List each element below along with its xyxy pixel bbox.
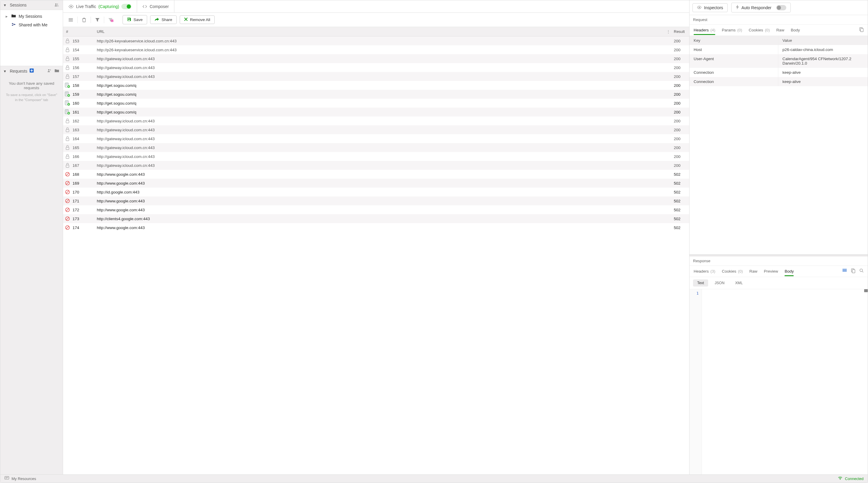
traffic-row[interactable]: 162http://gateway.icloud.com.cn:443200 bbox=[63, 116, 689, 125]
traffic-row[interactable]: 155http://gateway.icloud.com.cn:443200 bbox=[63, 54, 689, 63]
row-number: 158 bbox=[72, 83, 95, 88]
traffic-row[interactable]: 154http://p26-keyvalueservice.icloud.com… bbox=[63, 45, 689, 54]
col-header-hash[interactable]: # bbox=[63, 29, 95, 34]
x-icon bbox=[184, 18, 188, 22]
traffic-row[interactable]: 163http://gateway.icloud.com.cn:443200 bbox=[63, 125, 689, 134]
row-result: 200 bbox=[674, 83, 689, 88]
traffic-row[interactable]: 161http://get.sogou.com/q200 bbox=[63, 108, 689, 116]
tab-live-traffic[interactable]: Live Traffic (Capturing) bbox=[63, 0, 137, 12]
svg-point-0 bbox=[55, 3, 57, 4]
traffic-row[interactable]: 173http://clients4.google.com:443502 bbox=[63, 214, 689, 223]
users-icon[interactable] bbox=[55, 3, 59, 7]
col-header-result[interactable]: Result bbox=[674, 29, 689, 34]
req-tab-raw[interactable]: Raw bbox=[776, 26, 784, 35]
header-value: CalendarAgent/954 CFNetwork/1207.2 Darwi… bbox=[778, 54, 868, 68]
row-url: http://gateway.icloud.com.cn:443 bbox=[95, 57, 674, 61]
header-row[interactable]: User-AgentCalendarAgent/954 CFNetwork/12… bbox=[689, 54, 868, 68]
svg-rect-29 bbox=[66, 156, 69, 159]
resp-tab-body[interactable]: Body bbox=[784, 267, 794, 276]
row-result: 502 bbox=[674, 181, 689, 186]
traffic-row[interactable]: 166http://gateway.icloud.com.cn:443200 bbox=[63, 152, 689, 161]
response-body-viewer[interactable] bbox=[702, 289, 868, 475]
row-number: 168 bbox=[72, 172, 95, 177]
copy-icon[interactable] bbox=[851, 268, 855, 274]
chat-icon[interactable] bbox=[4, 476, 9, 481]
session-item-my-sessions[interactable]: ▸ My Sessions bbox=[0, 12, 63, 21]
resp-tab-preview[interactable]: Preview bbox=[764, 267, 778, 276]
tab-composer[interactable]: Composer bbox=[137, 0, 174, 12]
row-result: 200 bbox=[674, 163, 689, 168]
resp-tab-cookies[interactable]: Cookies (0) bbox=[722, 267, 743, 276]
header-row[interactable]: Hostp26-caldav-china.icloud.com bbox=[689, 45, 868, 54]
traffic-row[interactable]: 156http://gateway.icloud.com.cn:443200 bbox=[63, 63, 689, 72]
svg-rect-11 bbox=[128, 20, 130, 21]
response-panel-title: Response bbox=[689, 256, 868, 266]
traffic-row[interactable]: 172http://www.google.com:443502 bbox=[63, 205, 689, 214]
wrap-icon[interactable] bbox=[842, 268, 847, 274]
traffic-row[interactable]: 165http://gateway.icloud.com.cn:443200 bbox=[63, 143, 689, 152]
filter-icon[interactable] bbox=[94, 16, 101, 23]
traffic-row[interactable]: 170http://id.google.com:443502 bbox=[63, 188, 689, 196]
row-number: 162 bbox=[72, 119, 95, 123]
traffic-row[interactable]: 164http://gateway.icloud.com.cn:443200 bbox=[63, 134, 689, 143]
copy-icon[interactable] bbox=[860, 27, 864, 33]
save-button[interactable]: Save bbox=[123, 15, 147, 24]
sessions-panel-header[interactable]: ▾ Sessions bbox=[0, 0, 63, 10]
svg-line-44 bbox=[66, 226, 69, 229]
svg-rect-14 bbox=[66, 58, 69, 61]
row-status-icon bbox=[63, 109, 72, 115]
format-xml[interactable]: XML bbox=[731, 279, 747, 287]
remove-all-button[interactable]: Remove All bbox=[180, 16, 215, 24]
users-icon[interactable] bbox=[48, 69, 52, 73]
req-tab-headers[interactable]: Headers (4) bbox=[694, 26, 715, 35]
req-tab-cookies[interactable]: Cookies (0) bbox=[749, 26, 770, 35]
traffic-row[interactable]: 159http://get.sogou.com/q200 bbox=[63, 90, 689, 99]
col-header-url[interactable]: URL ⋮ bbox=[95, 29, 674, 34]
traffic-row[interactable]: 174http://www.google.com:443502 bbox=[63, 223, 689, 232]
wifi-icon bbox=[838, 477, 842, 481]
status-resources[interactable]: My Resources bbox=[11, 477, 36, 481]
resp-tab-raw[interactable]: Raw bbox=[749, 267, 757, 276]
traffic-row[interactable]: 158http://get.sogou.com/q200 bbox=[63, 81, 689, 90]
requests-panel-header[interactable]: ▾ Requests bbox=[0, 66, 63, 76]
column-menu-icon[interactable]: ⋮ bbox=[666, 29, 671, 34]
search-icon[interactable] bbox=[860, 268, 864, 274]
row-number: 156 bbox=[72, 65, 95, 70]
traffic-row[interactable]: 168http://www.google.com:443502 bbox=[63, 170, 689, 179]
traffic-row[interactable]: 169http://www.google.com:443502 bbox=[63, 179, 689, 188]
resp-tab-headers[interactable]: Headers (3) bbox=[694, 267, 715, 276]
minimap-indicator bbox=[864, 289, 868, 292]
session-item-shared[interactable]: Shared with Me bbox=[0, 21, 63, 29]
row-number: 155 bbox=[72, 57, 95, 61]
code-gutter: 1 bbox=[689, 289, 702, 475]
header-row[interactable]: Connectionkeep-alive bbox=[689, 77, 868, 86]
row-result: 200 bbox=[674, 39, 689, 43]
code-icon bbox=[143, 5, 147, 8]
requests-empty-message: You don't have any saved requests bbox=[4, 81, 59, 90]
header-row[interactable]: Connectionkeep-alive bbox=[689, 68, 868, 77]
traffic-row[interactable]: 171http://www.google.com:443502 bbox=[63, 196, 689, 205]
format-text[interactable]: Text bbox=[693, 279, 708, 287]
req-tab-body[interactable]: Body bbox=[791, 26, 800, 35]
row-status-icon bbox=[63, 74, 72, 79]
stream-icon[interactable] bbox=[67, 16, 74, 23]
traffic-row[interactable]: 157http://gateway.icloud.com.cn:443200 bbox=[63, 72, 689, 81]
format-json[interactable]: JSON bbox=[711, 279, 728, 287]
share-button[interactable]: Share bbox=[150, 16, 177, 24]
traffic-row[interactable]: 153http://p26-keyvalueservice.icloud.com… bbox=[63, 36, 689, 45]
row-url: http://gateway.icloud.com.cn:443 bbox=[95, 163, 674, 168]
row-url: http://gateway.icloud.com.cn:443 bbox=[95, 128, 674, 132]
req-tab-params[interactable]: Params (0) bbox=[722, 26, 742, 35]
tab-auto-responder[interactable]: Auto Responder bbox=[731, 3, 791, 12]
folder-add-icon[interactable] bbox=[55, 68, 59, 74]
traffic-row[interactable]: 167http://gateway.icloud.com.cn:443200 bbox=[63, 161, 689, 170]
filter-clear-icon[interactable] bbox=[107, 16, 114, 23]
tab-inspectors[interactable]: Inspectors bbox=[692, 3, 728, 12]
auto-responder-toggle[interactable] bbox=[776, 5, 786, 10]
trash-icon[interactable] bbox=[81, 16, 88, 23]
traffic-row[interactable]: 160http://get.sogou.com/q200 bbox=[63, 99, 689, 108]
floppy-icon bbox=[127, 17, 131, 22]
capture-toggle[interactable] bbox=[121, 4, 131, 9]
row-result: 502 bbox=[674, 172, 689, 177]
add-icon[interactable] bbox=[30, 68, 34, 74]
